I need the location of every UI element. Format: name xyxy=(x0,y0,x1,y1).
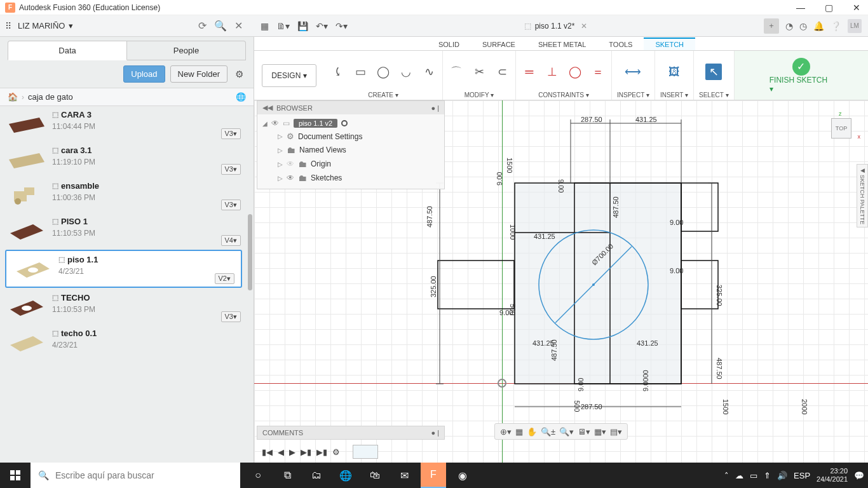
dim-487-inner[interactable]: 487.50 xyxy=(550,339,558,361)
notifications-icon[interactable]: 🔔 xyxy=(813,21,824,31)
system-clock[interactable]: 23:20 24/4/2021 xyxy=(817,467,848,484)
home-icon[interactable]: 🏠 xyxy=(8,92,18,102)
create-group-label[interactable]: CREATE ▾ xyxy=(368,92,398,98)
fit-icon[interactable]: 🔍▾ xyxy=(559,427,574,437)
dim-top-right[interactable]: 431.25 xyxy=(635,116,657,123)
dim-325-l[interactable]: 325.00 xyxy=(430,276,437,297)
dim-1500[interactable]: 1500 xyxy=(506,158,513,173)
grid-menu-icon[interactable]: ▦ xyxy=(261,21,269,31)
edge-icon[interactable]: 🌐 xyxy=(333,463,358,488)
insert-group-label[interactable]: INSERT ▾ xyxy=(660,92,688,98)
timeline-prev-icon[interactable]: ◀ xyxy=(278,447,284,457)
globe-icon[interactable]: 🌐 xyxy=(236,92,246,102)
settings-icon[interactable]: ⚙ xyxy=(233,69,246,80)
timeline-begin-icon[interactable]: ▮◀ xyxy=(262,447,273,457)
sketch-palette-handle[interactable]: ◀ SKETCH PALETTE xyxy=(857,164,868,227)
version-badge[interactable]: V2▾ xyxy=(215,273,234,284)
dim-1500r[interactable]: 1500 xyxy=(722,399,729,414)
env-tab-surface[interactable]: SURFACE xyxy=(471,39,527,50)
save-icon[interactable]: 💾 xyxy=(297,21,308,31)
dim-9a[interactable]: 9.00 xyxy=(557,179,565,193)
tray-expand-icon[interactable]: ˄ xyxy=(724,471,729,480)
dim-487-l[interactable]: 487.50 xyxy=(426,206,433,227)
battery-icon[interactable]: ▭ xyxy=(750,471,757,480)
onedrive-icon[interactable]: ☁ xyxy=(735,471,743,480)
upload-button[interactable]: Upload xyxy=(123,65,165,83)
tree-document-settings[interactable]: ▷⚙Document Settings xyxy=(262,130,439,143)
timeline-play-icon[interactable]: ▶ xyxy=(289,447,295,457)
dim-500a[interactable]: 500 xyxy=(573,400,581,412)
close-panel-icon[interactable]: ✕ xyxy=(234,20,243,32)
wifi-icon[interactable]: ⇑ xyxy=(764,471,771,480)
version-badge[interactable]: V3▾ xyxy=(221,200,241,210)
dim-487-m[interactable]: 487.50 xyxy=(612,196,620,218)
redo-icon[interactable]: ↷▾ xyxy=(336,21,348,31)
cortana-icon[interactable]: ○ xyxy=(245,463,271,488)
pan-icon[interactable]: ✋ xyxy=(527,427,537,437)
close-tab-icon[interactable]: ✕ xyxy=(581,22,587,30)
browser-panel[interactable]: ◀◀ BROWSER ● | ◢👁▭ piso 1.1 v2 ▷⚙Documen… xyxy=(257,100,445,189)
orbit-icon[interactable]: ⊕▾ xyxy=(500,427,512,437)
browser-options-icon[interactable]: ● | xyxy=(431,104,439,112)
breadcrumb[interactable]: 🏠 › caja de gato 🌐 xyxy=(0,88,254,106)
file-item[interactable]: ⬚ensamble 11:00:36 PM V3▾ xyxy=(0,177,247,213)
dim-431-br[interactable]: 431.25 xyxy=(637,339,658,347)
help-icon[interactable]: ❔ xyxy=(831,21,841,31)
file-item[interactable]: ⬚techo 0.1 4/23/21 xyxy=(0,325,247,360)
version-badge[interactable]: V3▾ xyxy=(221,128,241,139)
new-tab-button[interactable]: ＋ xyxy=(764,18,779,34)
rectangle-tool-icon[interactable]: ▭ xyxy=(352,64,369,80)
chrome-icon[interactable]: ◉ xyxy=(450,463,475,488)
collapse-browser-icon[interactable]: ◀◀ xyxy=(262,104,273,112)
crumb-folder[interactable]: caja de gato xyxy=(28,92,73,102)
equal-constraint-icon[interactable]: ＝ xyxy=(590,64,606,80)
timeline-settings-icon[interactable]: ⚙ xyxy=(332,447,340,457)
dim-287-b[interactable]: 287.50 xyxy=(581,403,602,410)
tab-data[interactable]: Data xyxy=(8,41,127,60)
spline-tool-icon[interactable]: ∿ xyxy=(421,64,437,80)
dim-9c[interactable]: 9.00 xyxy=(670,219,683,226)
search-icon[interactable]: 🔍 xyxy=(214,20,227,32)
comments-bar[interactable]: COMMENTS ● | xyxy=(257,426,445,440)
dim-1000[interactable]: 1000 xyxy=(509,224,517,240)
user-avatar[interactable]: LM xyxy=(848,19,862,33)
env-tab-sketch[interactable]: SKETCH xyxy=(644,37,695,50)
circle-tool-icon[interactable]: ◯ xyxy=(375,64,391,80)
file-item[interactable]: ⬚CARA 3 11:04:44 PM V3▾ xyxy=(0,106,247,142)
tree-sketches[interactable]: ▷👁🖿Sketches xyxy=(262,171,439,185)
team-dropdown[interactable]: LIZ MARIÑO ▾ xyxy=(18,21,73,30)
jobs-icon[interactable]: ◷ xyxy=(799,21,807,31)
dim-2000[interactable]: 2000 xyxy=(801,399,808,414)
viewport-icon[interactable]: ▤▾ xyxy=(610,427,622,437)
file-item[interactable]: ⬚PISO 1 11:10:53 PM V4▾ xyxy=(0,213,247,248)
trim-tool-icon[interactable]: ✂ xyxy=(471,64,487,80)
modify-group-label[interactable]: MODIFY ▾ xyxy=(465,92,494,98)
store-icon[interactable]: 🛍 xyxy=(362,463,388,488)
view-cube[interactable]: TOP x z xyxy=(827,114,857,144)
tab-people[interactable]: People xyxy=(127,41,246,60)
dim-431-ml[interactable]: 431.25 xyxy=(534,233,555,240)
dim-top-left[interactable]: 287.50 xyxy=(581,116,602,123)
arc-tool-icon[interactable]: ◡ xyxy=(398,64,414,80)
mail-icon[interactable]: ✉ xyxy=(391,463,417,488)
dim-9f[interactable]: 9.00 xyxy=(577,378,585,391)
file-item[interactable]: ⬚TECHO 11:10:53 PM V3▾ xyxy=(0,289,247,325)
workspace-switcher[interactable]: DESIGN ▾ xyxy=(262,64,316,87)
tree-origin[interactable]: ▷👁🖿Origin xyxy=(262,157,439,171)
perpendicular-constraint-icon[interactable]: ⊥ xyxy=(544,64,560,80)
horizontal-constraint-icon[interactable]: ═ xyxy=(521,64,538,80)
inspect-group-label[interactable]: INSPECT ▾ xyxy=(617,92,649,98)
env-tab-solid[interactable]: SOLID xyxy=(427,39,471,50)
language-indicator[interactable]: ESP xyxy=(794,471,810,480)
undo-icon[interactable]: ↶▾ xyxy=(316,21,328,31)
action-center-icon[interactable]: 💬 xyxy=(854,471,864,480)
finish-sketch-icon[interactable]: ✓ xyxy=(792,58,810,76)
file-item[interactable]: ⬚cara 3.1 11:19:10 PM V3▾ xyxy=(0,142,247,177)
fusion-taskbar-icon[interactable]: F xyxy=(421,463,446,488)
taskview-icon[interactable]: ⧉ xyxy=(275,463,300,488)
timeline-feature[interactable] xyxy=(353,445,378,459)
line-tool-icon[interactable]: ⤹ xyxy=(329,64,346,80)
window-minimize[interactable]: ― xyxy=(794,3,807,13)
taskbar-search[interactable]: 🔍 Escribe aquí para buscar xyxy=(31,463,240,488)
dim-9e[interactable]: 9.00 xyxy=(499,309,513,316)
